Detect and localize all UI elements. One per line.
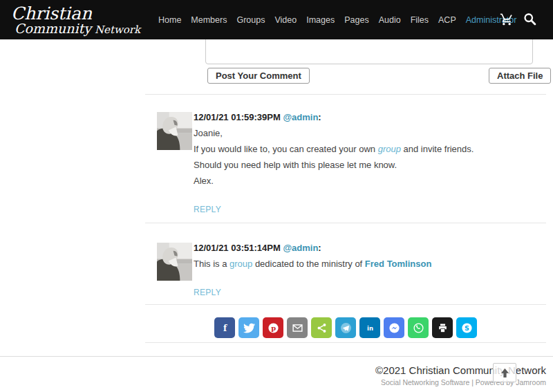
comment-text: Joanie, bbox=[194, 127, 530, 140]
print-share-button[interactable] bbox=[432, 317, 453, 338]
comment-timestamp: 12/01/21 03:51:14PM bbox=[194, 243, 283, 253]
reply-link[interactable]: REPLY bbox=[194, 288, 221, 297]
nav-item-video[interactable]: Video bbox=[274, 15, 297, 25]
whatsapp-icon bbox=[413, 322, 424, 334]
nav-item-acp[interactable]: ACP bbox=[438, 15, 456, 25]
nav-item-home[interactable]: Home bbox=[158, 15, 181, 25]
pinterest-icon: p bbox=[268, 322, 279, 334]
pinterest-share-button[interactable]: p bbox=[263, 317, 283, 338]
site-logo[interactable]: Christian CommunityNetwork bbox=[11, 5, 140, 35]
cart-button[interactable] bbox=[500, 12, 514, 26]
comment: 12/01/21 03:51:14PM @admin:This is a gro… bbox=[157, 241, 530, 297]
comment-text: Should you need help with this please le… bbox=[194, 159, 530, 171]
software-label: Social Networking Software bbox=[381, 378, 469, 386]
whatsapp-share-button[interactable] bbox=[408, 317, 429, 338]
messenger-icon bbox=[388, 322, 400, 334]
group-link[interactable]: group bbox=[229, 259, 252, 269]
comment-meta: 12/01/21 03:51:14PM @admin: bbox=[194, 242, 530, 254]
linkedin-share-button[interactable]: in bbox=[359, 317, 380, 338]
twitter-icon bbox=[243, 322, 255, 334]
print-icon bbox=[437, 322, 449, 334]
email-share-button[interactable] bbox=[287, 317, 308, 338]
jamroom-link[interactable]: Jamroom bbox=[516, 378, 546, 386]
avatar[interactable] bbox=[157, 112, 192, 150]
divider bbox=[145, 342, 546, 343]
logo-text-community: Community bbox=[15, 21, 91, 36]
scroll-to-top-button[interactable] bbox=[493, 363, 516, 382]
post-comment-button[interactable]: Post Your Comment bbox=[207, 68, 310, 84]
logo-text-christian: Christian bbox=[11, 5, 140, 22]
arrow-up-icon bbox=[500, 368, 510, 378]
author-link[interactable]: @admin bbox=[283, 243, 318, 253]
site-header: Christian CommunityNetwork HomeMembersGr… bbox=[0, 0, 553, 39]
divider bbox=[145, 94, 546, 95]
nav-item-files[interactable]: Files bbox=[411, 15, 429, 25]
svg-text:f: f bbox=[223, 323, 227, 333]
search-button[interactable] bbox=[523, 12, 537, 26]
svg-text:in: in bbox=[367, 324, 373, 331]
search-icon bbox=[523, 12, 537, 26]
telegram-icon bbox=[340, 322, 352, 334]
fred-tomlinson-link[interactable]: Fred Tomlinson bbox=[365, 259, 432, 269]
share-icon bbox=[316, 322, 328, 334]
meta-colon: : bbox=[318, 243, 321, 253]
facebook-share-button[interactable]: f bbox=[214, 317, 235, 338]
footer-separator: | bbox=[469, 378, 476, 386]
divider bbox=[145, 304, 546, 305]
nav-item-groups[interactable]: Groups bbox=[236, 15, 265, 25]
powered-by-text: Social Networking Software | Powered by … bbox=[0, 378, 546, 386]
comment: 12/01/21 01:59:39PM @admin:Joanie,If you… bbox=[157, 111, 530, 214]
meta-colon: : bbox=[318, 112, 321, 122]
telegram-share-button[interactable] bbox=[335, 317, 356, 338]
svg-text:S: S bbox=[465, 324, 469, 332]
skype-icon: S bbox=[461, 322, 473, 334]
nav-item-audio[interactable]: Audio bbox=[379, 15, 401, 25]
reply-link[interactable]: REPLY bbox=[194, 205, 221, 214]
comment-meta: 12/01/21 01:59:39PM @admin: bbox=[194, 111, 530, 124]
author-link[interactable]: @admin bbox=[283, 112, 318, 122]
skype-share-button[interactable]: S bbox=[456, 317, 477, 338]
svg-text:p: p bbox=[271, 324, 276, 332]
comment-timestamp: 12/01/21 01:59:39PM bbox=[194, 112, 283, 122]
attach-file-button[interactable]: Attach File bbox=[489, 68, 551, 84]
page-footer: ©2021 Christian Community Network Social… bbox=[0, 356, 553, 392]
email-icon bbox=[292, 322, 303, 334]
avatar[interactable] bbox=[157, 243, 192, 281]
logo-text-network: Network bbox=[95, 24, 140, 36]
twitter-share-button[interactable] bbox=[238, 317, 259, 338]
nav-item-images[interactable]: Images bbox=[306, 15, 335, 25]
copyright-text: ©2021 Christian Community Network bbox=[0, 364, 546, 376]
nav-item-members[interactable]: Members bbox=[191, 15, 227, 25]
share-share-button[interactable] bbox=[311, 317, 332, 338]
linkedin-icon: in bbox=[364, 322, 376, 334]
share-buttons-row: fpinS bbox=[145, 317, 546, 338]
group-link[interactable]: group bbox=[378, 144, 401, 154]
comment-text: Alex. bbox=[194, 175, 530, 187]
divider bbox=[145, 223, 546, 223]
comment-text: If you would like to, you can created yo… bbox=[194, 143, 530, 156]
comment-text: This is a group dedicated to the ministr… bbox=[194, 258, 530, 270]
main-nav: HomeMembersGroupsVideoImagesPagesAudioFi… bbox=[158, 0, 516, 39]
cart-icon bbox=[500, 12, 514, 26]
facebook-icon: f bbox=[219, 322, 231, 334]
nav-item-pages[interactable]: Pages bbox=[344, 15, 368, 25]
messenger-share-button[interactable] bbox=[384, 317, 404, 338]
